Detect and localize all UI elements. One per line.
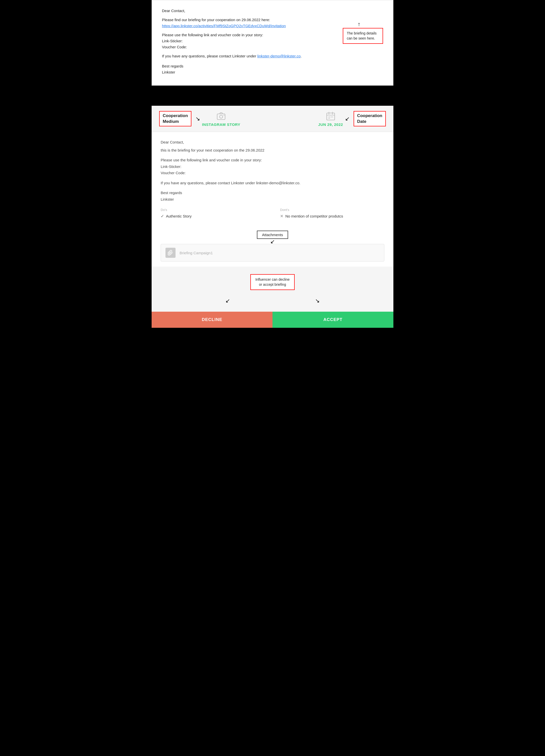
briefing-link[interactable]: https://app.linkster.co/activities/FMf9S… (162, 24, 286, 28)
briefing-contact: If you have any questions, please contac… (161, 180, 384, 186)
influencer-annotation-area: Influencer can declineor accept briefing… (152, 267, 393, 312)
contact-email-link[interactable]: linkster-demo@linkster.co (257, 54, 301, 58)
email-greeting: Dear Contact, (162, 8, 383, 14)
coop-date-arrow: ↙ (345, 116, 350, 122)
medium-icon-group: INSTAGRAM STORY (202, 111, 240, 127)
medium-label: INSTAGRAM STORY (202, 122, 240, 127)
top-email-section: Dear Contact, Please find our briefing f… (152, 0, 393, 86)
svg-rect-3 (327, 113, 335, 120)
svg-point-1 (219, 115, 222, 118)
influencer-annotation-box: Influencer can declineor accept briefing (250, 274, 295, 290)
donts-title: Dont's (280, 208, 384, 212)
dos-donts-row: Do's ✓ Authentic Story Dont's ✕ No menti… (161, 208, 384, 219)
coop-medium-arrow: ↘ (195, 116, 200, 122)
attachment-item-wrapper: Briefing Campaign1 (161, 244, 384, 262)
coop-date-annotation: CooperationDate (354, 111, 386, 126)
email-line1: Please find our briefing for your cooper… (162, 17, 383, 29)
dos-item-label: Authentic Story (166, 214, 192, 218)
attachments-section: Attachments ↙ Briefing Campaign1 (152, 231, 393, 267)
briefing-signature: Best regards Linkster (161, 190, 384, 202)
date-icon-group: JUN 29, 2022 (318, 111, 343, 127)
coop-medium-group: CooperationMedium ↘ INSTAGRAM STORY (159, 111, 240, 127)
x-icon: ✕ (280, 214, 283, 219)
arrow-right-accept: ↘ (315, 298, 320, 304)
dos-title: Do's (161, 208, 265, 212)
calendar-icon (326, 111, 336, 121)
bottom-buttons: DECLINE ACCEPT (152, 312, 393, 328)
email-line1-text: Please find our briefing for your cooper… (162, 18, 270, 22)
email-signature: Best regards Linkster (162, 63, 383, 75)
svg-point-2 (224, 115, 225, 116)
check-icon: ✓ (161, 214, 164, 219)
decline-button[interactable]: DECLINE (152, 312, 272, 328)
black-separator (152, 86, 393, 106)
coop-date-group: JUN 29, 2022 ↙ CooperationDate (318, 111, 386, 127)
attachments-annotation-area: Attachments ↙ (161, 231, 384, 239)
attachments-arrow: ↙ (270, 238, 275, 245)
briefing-content: Dear Contact, this is the briefing for y… (152, 132, 393, 231)
camera-icon (216, 111, 226, 121)
annotation-box-briefing: The briefing details can be seen here. (343, 28, 383, 44)
email-contact-line: If you have any questions, please contac… (162, 53, 383, 59)
arrows-row: ↙ ↘ (183, 298, 362, 304)
svg-rect-0 (217, 114, 225, 120)
briefing-line1: this is the briefing for your next coope… (161, 147, 384, 154)
donts-column: Dont's ✕ No mention of competitor produt… (280, 208, 384, 219)
coop-medium-annotation: CooperationMedium (159, 111, 191, 126)
coop-header-row: CooperationMedium ↘ INSTAGRAM STORY (152, 106, 393, 132)
briefing-line2: Please use the following link and vouche… (161, 157, 384, 176)
date-label: JUN 29, 2022 (318, 122, 343, 127)
donts-item: ✕ No mention of competitor produtcs (280, 214, 384, 219)
annotation-arrow-up: ↑ (358, 21, 361, 27)
attachment-item: Briefing Campaign1 (161, 244, 384, 262)
dos-column: Do's ✓ Authentic Story (161, 208, 265, 219)
arrow-left-decline: ↙ (225, 298, 230, 304)
briefing-greeting: Dear Contact, (161, 139, 384, 146)
attachments-annotation-box: Attachments (257, 231, 288, 239)
attachment-clip-icon (165, 248, 175, 258)
dos-item: ✓ Authentic Story (161, 214, 265, 219)
attachment-file-name: Briefing Campaign1 (179, 251, 213, 255)
bottom-briefing-section: CooperationMedium ↘ INSTAGRAM STORY (152, 106, 393, 328)
accept-button[interactable]: ACCEPT (272, 312, 393, 328)
donts-item-label: No mention of competitor produtcs (286, 214, 343, 218)
